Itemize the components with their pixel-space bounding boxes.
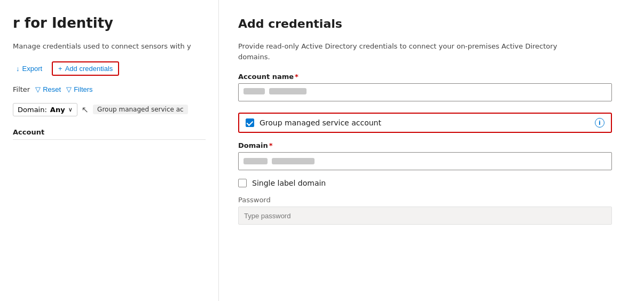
panel-title: Add credentials [238, 17, 625, 30]
filter-label: Filter [13, 85, 30, 93]
domain-input[interactable] [238, 152, 612, 170]
group-managed-checkbox-row[interactable]: Group managed service account i [238, 113, 612, 133]
add-credentials-button[interactable]: + Add credentials [52, 61, 119, 76]
filters-label: Filters [74, 85, 92, 93]
filter-chip: Group managed service ac [93, 105, 188, 114]
filters-icon: ▽ [66, 85, 72, 93]
export-icon: ↓ [16, 65, 20, 73]
filter-row: Filter ▽ Reset ▽ Filters [13, 85, 206, 93]
panel-description: Provide read-only Active Directory crede… [238, 41, 569, 62]
filters-button[interactable]: ▽ Filters [66, 85, 92, 93]
add-icon: + [58, 65, 62, 73]
account-name-required: * [295, 73, 299, 81]
password-label: Password [238, 196, 612, 204]
add-credentials-label: Add credentials [65, 65, 113, 73]
single-label-domain-label: Single label domain [252, 179, 612, 187]
info-icon[interactable]: i [595, 118, 604, 128]
single-label-domain-checkbox[interactable] [238, 179, 247, 187]
reset-label: Reset [43, 85, 61, 93]
left-panel: r for Identity Manage credentials used t… [0, 0, 219, 301]
export-button[interactable]: ↓ Export [13, 62, 45, 75]
group-managed-label: Group managed service account [260, 118, 590, 127]
page-subtitle: Manage credentials used to connect senso… [13, 41, 206, 52]
domain-value: Any [50, 106, 65, 114]
chevron-down-icon: ∨ [68, 106, 73, 113]
domain-dropdown[interactable]: Domain: Any ∨ [13, 103, 77, 116]
reset-icon: ▽ [35, 85, 41, 93]
domain-group: Domain* [238, 141, 625, 170]
export-label: Export [22, 65, 43, 73]
page-title: r for Identity [13, 15, 206, 31]
domain-label: Domain: [18, 106, 47, 114]
reset-button[interactable]: ▽ Reset [35, 85, 61, 93]
account-name-input[interactable] [238, 83, 612, 101]
domain-field-label: Domain* [238, 141, 625, 149]
cursor-icon: ↖ [82, 105, 89, 115]
account-name-group: Account name* [238, 73, 625, 104]
group-managed-checkbox[interactable] [246, 118, 254, 127]
single-label-domain-row: Single label domain [238, 179, 612, 187]
domain-required: * [269, 141, 273, 149]
table-account-header: Account [13, 128, 206, 140]
form-section: Account name* Group managed service acco… [238, 73, 625, 225]
filter-chip-text: Group managed service ac [97, 106, 184, 113]
domain-filter-row: Domain: Any ∨ ↖ Group managed service ac [13, 103, 206, 116]
toolbar: ↓ Export + Add credentials [13, 61, 206, 76]
right-panel: Add credentials Provide read-only Active… [219, 0, 644, 301]
password-group: Password [238, 196, 612, 225]
password-input[interactable] [238, 207, 612, 225]
account-name-label: Account name* [238, 73, 625, 81]
